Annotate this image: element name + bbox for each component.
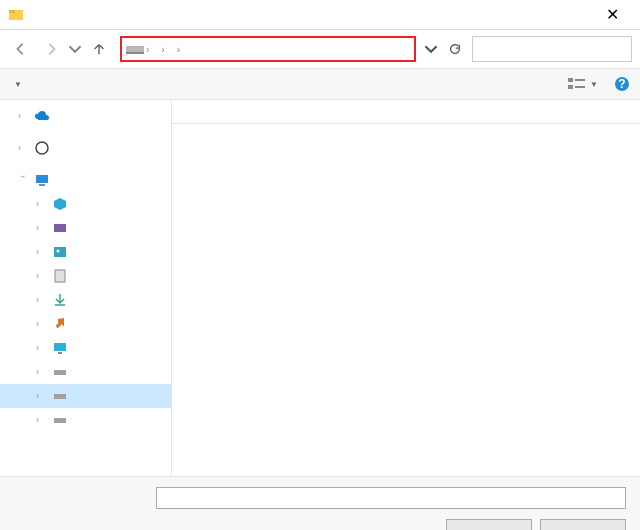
app-icon <box>8 7 24 23</box>
file-rows[interactable] <box>172 124 640 476</box>
download-icon <box>52 292 68 308</box>
sidebar-item-documents[interactable]: › <box>0 264 171 288</box>
svg-rect-6 <box>568 85 573 89</box>
svg-rect-18 <box>58 352 62 354</box>
music-icon <box>52 316 68 332</box>
refresh-button[interactable] <box>442 36 468 62</box>
svg-point-15 <box>57 250 60 253</box>
cancel-button[interactable] <box>540 519 626 530</box>
toolbar: ▼ ▼ ? <box>0 68 640 100</box>
nav-up-button[interactable] <box>86 36 112 62</box>
chevron-right-icon: › <box>146 44 149 55</box>
chevron-right-icon: › <box>177 44 180 55</box>
sidebar-item-pictures[interactable]: › <box>0 240 171 264</box>
sidebar-item-videos[interactable]: › <box>0 216 171 240</box>
select-folder-button[interactable] <box>446 519 532 530</box>
folder-name-input[interactable] <box>156 487 626 509</box>
address-bar: › › › <box>0 30 640 68</box>
column-headers <box>172 100 640 124</box>
chevron-down-icon: ▼ <box>590 80 598 89</box>
svg-rect-1 <box>9 10 15 13</box>
dialog-bottom <box>0 476 640 530</box>
svg-rect-14 <box>54 247 66 257</box>
svg-text:?: ? <box>618 77 625 91</box>
sidebar-item-music[interactable]: › <box>0 312 171 336</box>
svg-rect-5 <box>575 79 585 81</box>
organize-menu[interactable]: ▼ <box>10 80 22 89</box>
drive-icon <box>126 42 144 56</box>
title-bar: ✕ <box>0 0 640 30</box>
cloud-icon <box>34 108 50 124</box>
picture-icon <box>52 244 68 260</box>
sidebar-item-drive-e[interactable]: › <box>0 408 171 432</box>
sidebar-item-downloads[interactable]: › <box>0 288 171 312</box>
chevron-right-icon: › <box>161 44 164 55</box>
breadcrumb-dropdown[interactable] <box>424 36 438 62</box>
help-button[interactable]: ? <box>614 76 630 92</box>
chevron-down-icon: ▼ <box>14 80 22 89</box>
sidebar-item-wps[interactable]: › <box>0 136 171 160</box>
wps-cloud-icon <box>34 140 50 156</box>
nav-recent-dropdown[interactable] <box>68 36 82 62</box>
drive-icon <box>52 388 68 404</box>
main-area: › › › › › › <box>0 100 640 476</box>
view-options-button[interactable]: ▼ <box>568 77 598 91</box>
pc-icon <box>34 172 50 188</box>
drive-icon <box>52 364 68 380</box>
svg-rect-12 <box>39 184 45 186</box>
sidebar-item-onedrive[interactable]: › <box>0 104 171 128</box>
document-icon <box>52 268 68 284</box>
svg-point-10 <box>36 142 48 154</box>
svg-rect-21 <box>54 418 66 423</box>
svg-rect-3 <box>126 52 144 54</box>
sidebar-item-desktop[interactable]: › <box>0 336 171 360</box>
sidebar-item-3dobjects[interactable]: › <box>0 192 171 216</box>
search-input[interactable] <box>472 36 632 62</box>
svg-rect-20 <box>54 394 66 399</box>
svg-rect-2 <box>126 46 144 52</box>
drive-icon <box>52 412 68 428</box>
desktop-icon <box>52 340 68 356</box>
sidebar-item-drive-c[interactable]: › <box>0 360 171 384</box>
close-button[interactable]: ✕ <box>592 0 632 30</box>
nav-forward-button[interactable] <box>38 36 64 62</box>
svg-rect-11 <box>36 175 48 183</box>
video-icon <box>52 220 68 236</box>
breadcrumb[interactable]: › › › <box>120 36 416 62</box>
svg-rect-16 <box>55 270 65 282</box>
svg-rect-7 <box>575 86 585 88</box>
file-list-pane <box>172 100 640 476</box>
nav-back-button[interactable] <box>8 36 34 62</box>
sidebar-item-drive-d[interactable]: › <box>0 384 171 408</box>
sidebar-item-thispc[interactable]: › <box>0 168 171 192</box>
cube-icon <box>52 196 68 212</box>
svg-rect-19 <box>54 370 66 375</box>
svg-rect-13 <box>54 224 66 232</box>
svg-rect-4 <box>568 78 573 82</box>
svg-rect-17 <box>54 343 66 351</box>
navigation-pane[interactable]: › › › › › › <box>0 100 172 476</box>
